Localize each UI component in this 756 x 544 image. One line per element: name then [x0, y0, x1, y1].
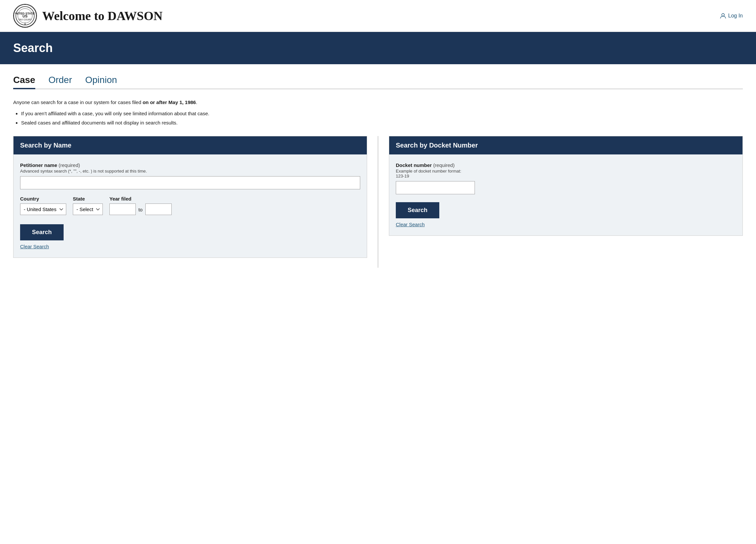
panel-divider [378, 136, 378, 268]
svg-point-7 [722, 14, 724, 16]
state-select[interactable]: - Select [73, 204, 103, 215]
logo-circle: UNITED STATES US TAX COURT [13, 4, 37, 28]
search-by-docket-body: Docket number (required) Example of dock… [389, 155, 742, 236]
year-from-input[interactable] [109, 204, 136, 215]
search-by-name-header: Search by Name [14, 136, 367, 155]
search-by-docket-panel: Search by Docket Number Docket number (r… [389, 136, 743, 236]
main-content: Case Order Opinion Anyone can search for… [0, 64, 756, 278]
year-inputs: to [109, 204, 172, 215]
name-search-button[interactable]: Search [20, 224, 64, 241]
search-by-name-panel: Search by Name Petitioner name (required… [13, 136, 367, 258]
description-bullets: If you aren't affiliated with a case, yo… [21, 110, 743, 127]
year-label: Year filed [109, 196, 172, 202]
docket-label: Docket number (required) [396, 162, 736, 168]
country-label: Country [20, 196, 66, 202]
svg-text:TAX COURT: TAX COURT [18, 18, 32, 21]
person-icon [720, 13, 726, 19]
petitioner-required: (required) [59, 162, 80, 168]
petitioner-label: Petitioner name (required) [20, 162, 360, 168]
state-label: State [73, 196, 103, 202]
description-bullet-2: Sealed cases and affiliated documents wi… [21, 119, 743, 127]
page-title: Search [13, 41, 743, 55]
tab-case[interactable]: Case [13, 75, 35, 89]
tab-opinion[interactable]: Opinion [85, 75, 117, 89]
svg-text:US: US [22, 14, 27, 18]
description-section: Anyone can search for a case in our syst… [13, 99, 743, 127]
docket-example: 123-19 [396, 174, 409, 179]
petitioner-name-input[interactable] [20, 176, 360, 189]
logo-seal: UNITED STATES US TAX COURT [14, 5, 36, 27]
filter-row: Country - United States - Other State - … [20, 196, 360, 215]
header: UNITED STATES US TAX COURT Welcome to DA… [0, 0, 756, 32]
country-select[interactable]: - United States - Other [20, 204, 66, 215]
state-filter: State - Select [73, 196, 103, 215]
docket-number-input[interactable] [396, 181, 475, 194]
year-to-label: to [138, 207, 143, 213]
docket-required: (required) [433, 162, 454, 168]
description-intro: Anyone can search for a case in our syst… [13, 99, 743, 106]
login-link[interactable]: Log In [720, 13, 743, 19]
description-date: on or after May 1, 1986 [143, 100, 196, 105]
year-filter: Year filed to [109, 196, 172, 215]
panels-row: Search by Name Petitioner name (required… [13, 136, 743, 268]
docket-search-button[interactable]: Search [396, 202, 439, 218]
docket-clear-button[interactable]: Clear Search [396, 222, 425, 227]
search-by-docket-header: Search by Docket Number [389, 136, 742, 155]
name-clear-button[interactable]: Clear Search [20, 244, 49, 249]
docket-sublabel: Example of docket number format: 123-19 [396, 169, 736, 179]
description-bullet-1: If you aren't affiliated with a case, yo… [21, 110, 743, 118]
tab-order[interactable]: Order [48, 75, 72, 89]
country-filter: Country - United States - Other [20, 196, 66, 215]
search-by-name-body: Petitioner name (required) Advanced synt… [14, 155, 367, 258]
petitioner-sublabel: Advanced syntax search (*, "", -, etc. )… [20, 169, 360, 174]
year-to-input[interactable] [145, 204, 172, 215]
login-label: Log In [728, 13, 743, 19]
header-left: UNITED STATES US TAX COURT Welcome to DA… [13, 4, 162, 28]
search-banner: Search [0, 32, 756, 64]
tab-nav: Case Order Opinion [13, 75, 743, 89]
site-title: Welcome to DAWSON [42, 9, 162, 23]
